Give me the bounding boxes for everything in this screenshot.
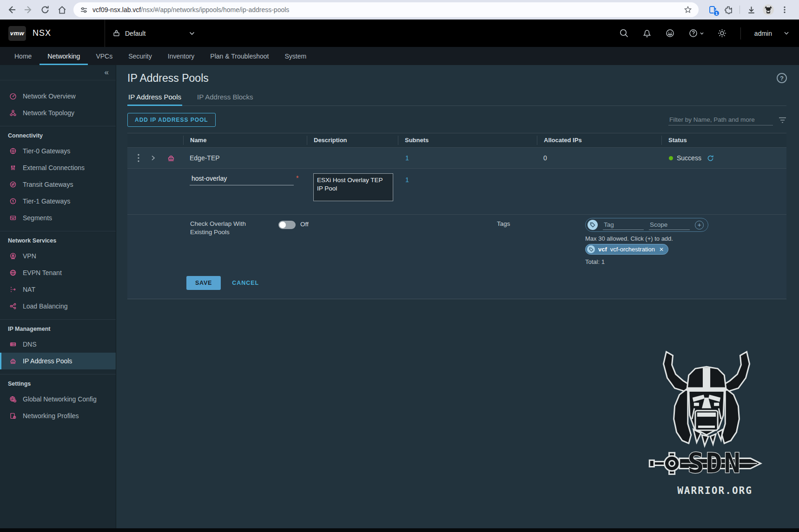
column-name[interactable]: Name (183, 136, 307, 145)
evpn-tenant-icon (9, 269, 17, 276)
sidebar-item-segments[interactable]: Segments (0, 210, 116, 226)
sidebar-item-transit-gateways[interactable]: Transit Gateways (0, 176, 116, 193)
sidebar-item-vpn[interactable]: VPN (0, 248, 116, 264)
sidebar-item-label: IP Address Pools (23, 357, 72, 365)
topology-icon (9, 109, 17, 117)
tab-plan-troubleshoot[interactable]: Plan & Troubleshoot (202, 47, 277, 65)
column-status[interactable]: Status (661, 136, 786, 145)
tab-vpcs[interactable]: VPCs (88, 47, 120, 65)
tags-label: Tags (497, 220, 510, 227)
sidebar-item-network-overview[interactable]: Network Overview (0, 88, 116, 105)
subnets-count-link[interactable]: 1 (405, 154, 409, 162)
sidebar-item-load-balancing[interactable]: Load Balancing (0, 298, 116, 315)
edit-form-options-row: Check Overlap With Existing Pools Off Ta… (127, 214, 786, 269)
tab-ip-address-blocks[interactable]: IP Address Blocks (196, 91, 254, 105)
browser-forward-button[interactable] (21, 3, 35, 17)
bookmark-star-icon[interactable] (684, 6, 692, 14)
transit-gateway-icon (9, 181, 17, 188)
tab-inventory[interactable]: Inventory (160, 47, 203, 65)
feedback-smiley-icon[interactable] (665, 28, 675, 38)
sidebar-item-networking-profiles[interactable]: Networking Profiles (0, 407, 116, 424)
tag-chip: vcf vcf-orchestration ✕ (585, 244, 668, 255)
remove-tag-icon[interactable]: ✕ (659, 246, 664, 253)
sidebar-item-dns[interactable]: DNS (0, 336, 116, 353)
sidebar-item-external-connections[interactable]: External Connections (0, 159, 116, 176)
tier0-gateway-icon (9, 147, 17, 155)
password-manager-icon[interactable]: 1 (708, 5, 717, 14)
column-subnets[interactable]: Subnets (398, 136, 537, 145)
collapse-sidebar-icon[interactable]: « (105, 68, 109, 77)
tab-security[interactable]: Security (120, 47, 160, 65)
tab-home[interactable]: Home (7, 47, 40, 65)
add-tag-plus-icon[interactable]: + (695, 221, 704, 230)
status-cell: Success (661, 154, 786, 162)
sidebar-item-label: DNS (23, 341, 37, 348)
edit-form-actions: SAVE CANCEL (127, 269, 786, 299)
pool-name[interactable]: Edge-TEP (183, 154, 307, 162)
vpn-icon (9, 252, 17, 260)
address-bar[interactable]: vcf09-nsx.lab.vcf/nsx/#/app/networks/ipp… (73, 2, 699, 17)
global-config-icon (9, 395, 17, 403)
row-menu-kebab-icon[interactable] (138, 154, 139, 162)
main-content: IP Address Pools ? IP Address Pools IP A… (116, 65, 799, 528)
table-toolbar: ADD IP ADDRESS POOL (127, 113, 786, 127)
theme-sun-icon[interactable] (717, 28, 727, 38)
column-allocated-ips[interactable]: Allocated IPs (537, 136, 661, 145)
user-menu[interactable]: admin (754, 30, 789, 37)
watermark-org-text: WARRIOR.ORG (677, 485, 753, 496)
browser-home-button[interactable] (55, 3, 69, 17)
ip-pool-icon (167, 154, 175, 162)
cancel-button[interactable]: CANCEL (232, 280, 259, 286)
status-label: Success (677, 154, 701, 162)
sidebar-item-ip-address-pools[interactable]: IP Address Pools (0, 353, 116, 369)
tab-system[interactable]: System (277, 47, 314, 65)
browser-profile-avatar[interactable] (763, 4, 774, 15)
sidebar-item-label: Tier-0 Gateways (23, 147, 70, 155)
extensions-puzzle-icon[interactable] (724, 5, 733, 14)
refresh-status-icon[interactable] (707, 155, 714, 162)
sidebar-item-label: Tier-1 Gateways (23, 197, 70, 205)
org-selector[interactable]: Default (105, 20, 202, 47)
check-overlap-toggle[interactable] (278, 221, 296, 229)
browser-back-button[interactable] (5, 3, 19, 17)
column-description[interactable]: Description (307, 136, 398, 145)
help-menu-icon[interactable] (688, 28, 704, 38)
filter-input[interactable] (668, 114, 773, 125)
row-expand-chevron-icon[interactable] (151, 155, 156, 161)
add-ip-address-pool-button[interactable]: ADD IP ADDRESS POOL (127, 113, 216, 127)
product-name: NSX (33, 28, 51, 38)
filter-icon[interactable] (779, 117, 786, 123)
toggle-state-label: Off (300, 221, 309, 228)
org-selector-value: Default (125, 30, 145, 37)
sidebar-item-label: Transit Gateways (23, 181, 73, 188)
edit-form-main-row: * ESXi Host Overlay TEP IP Pool 1 (127, 169, 786, 214)
tab-ip-address-pools[interactable]: IP Address Pools (127, 91, 182, 105)
column-controls (127, 136, 183, 145)
sidebar-item-tier0-gateways[interactable]: Tier-0 Gateways (0, 143, 116, 159)
external-connections-icon (9, 164, 17, 171)
tab-networking[interactable]: Networking (40, 47, 88, 65)
sidebar-item-tier1-gateways[interactable]: Tier-1 Gateways (0, 193, 116, 210)
site-info-icon[interactable] (80, 6, 88, 14)
scope-input[interactable] (649, 220, 690, 230)
page-title: IP Address Pools (127, 72, 799, 85)
sidebar-item-network-topology[interactable]: Network Topology (0, 105, 116, 121)
ip-pools-table: Name Description Subnets Allocated IPs S… (127, 133, 786, 299)
edit-subnets-count-link[interactable]: 1 (405, 176, 409, 184)
sidebar-item-global-networking-config[interactable]: Global Networking Config (0, 391, 116, 407)
sidebar-item-evpn-tenant[interactable]: EVPN Tenant (0, 264, 116, 281)
pool-name-input[interactable] (190, 173, 294, 185)
tag-input[interactable] (603, 220, 644, 230)
sidebar-item-nat[interactable]: NAT (0, 281, 116, 298)
downloads-icon[interactable] (746, 5, 756, 15)
notifications-bell-icon[interactable] (642, 28, 652, 38)
browser-reload-button[interactable] (38, 3, 52, 17)
pool-description-textarea[interactable]: ESXi Host Overlay TEP IP Pool (313, 173, 393, 201)
browser-menu-kebab-icon[interactable] (780, 6, 789, 14)
sidebar-section-settings: Settings (0, 374, 116, 391)
page-help-icon[interactable]: ? (777, 73, 787, 83)
table-row: Edge-TEP 1 0 Success (127, 148, 786, 169)
search-icon[interactable] (619, 28, 629, 38)
sidebar-item-label: NAT (23, 286, 35, 293)
save-button[interactable]: SAVE (186, 276, 221, 290)
